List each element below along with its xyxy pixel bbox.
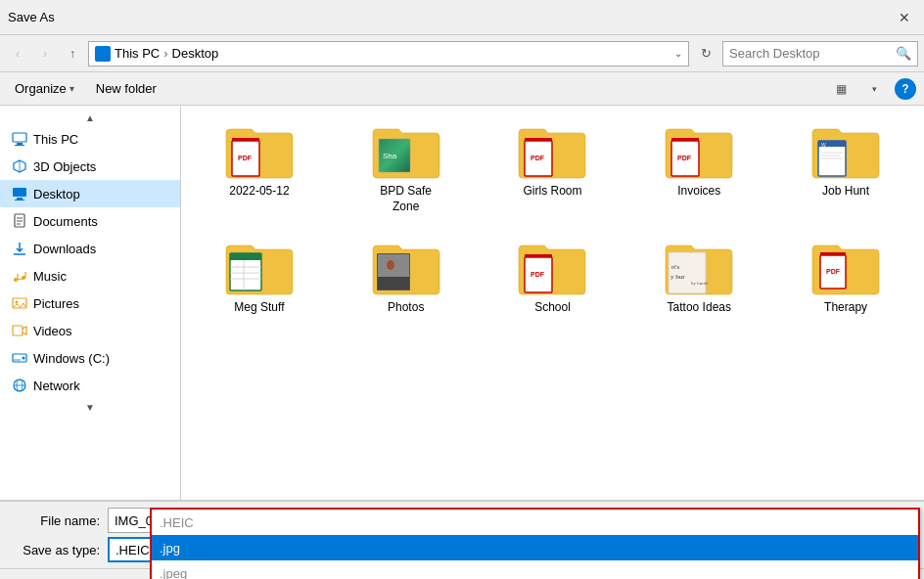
- svg-rect-6: [17, 198, 23, 200]
- organize-chevron: ▾: [69, 83, 74, 94]
- sidebar-item-windows-c[interactable]: Windows (C:): [0, 344, 180, 372]
- sidebar-item-downloads[interactable]: Downloads: [0, 235, 180, 262]
- forward-button[interactable]: ›: [33, 42, 57, 66]
- up-button[interactable]: ↑: [61, 42, 84, 66]
- filename-label: File name:: [12, 513, 100, 528]
- svg-point-14: [14, 278, 18, 282]
- file-item-meg[interactable]: Meg Stuff: [191, 232, 328, 324]
- svg-rect-30: [232, 138, 259, 141]
- svg-text:PDF: PDF: [677, 155, 692, 161]
- sidebar-item-3d-objects[interactable]: 3D Objects: [0, 153, 180, 180]
- dropdown-item-jpeg[interactable]: .jpeg: [152, 560, 918, 579]
- file-label-invoices: Invoices: [677, 184, 720, 200]
- sidebar-label-music: Music: [33, 269, 67, 284]
- dropdown-item-heic[interactable]: .HEIC: [152, 510, 918, 535]
- file-item-bpd[interactable]: Sha BPD Safe Zone: [338, 115, 475, 222]
- new-folder-button[interactable]: New folder: [89, 77, 163, 100]
- svg-rect-58: [525, 254, 552, 257]
- file-item-girls[interactable]: PDF Girls Room: [485, 115, 622, 222]
- svg-rect-39: [671, 138, 699, 141]
- file-item-photos[interactable]: Photos: [338, 232, 475, 324]
- file-item-job[interactable]: W Job Hunt: [777, 115, 914, 222]
- pictures-icon: [12, 295, 27, 311]
- file-label-tattoo: Tattoo Ideas: [668, 300, 731, 316]
- svg-text:PDF: PDF: [531, 155, 545, 161]
- file-label-meg: Meg Stuff: [234, 300, 284, 316]
- dropdown-item-jpg[interactable]: .jpg: [152, 535, 918, 560]
- sidebar-item-music[interactable]: Music: [0, 262, 180, 290]
- organize-button[interactable]: Organize ▾: [8, 77, 81, 100]
- refresh-button[interactable]: ↻: [693, 41, 718, 67]
- view-button[interactable]: ▦: [828, 76, 854, 102]
- svg-rect-5: [13, 188, 26, 197]
- organize-label: Organize: [15, 81, 67, 96]
- file-grid: PDF 2022-05-12: [191, 115, 914, 324]
- folder-icon-therapy: PDF: [810, 240, 881, 296]
- documents-icon: [12, 213, 27, 229]
- sidebar-label-desktop: Desktop: [33, 187, 80, 201]
- sidebar-label-videos: Videos: [33, 324, 72, 338]
- svg-rect-55: [378, 277, 409, 290]
- svg-text:y bur: y bur: [670, 273, 685, 281]
- file-item-2022[interactable]: PDF 2022-05-12: [191, 115, 328, 222]
- file-item-tattoo[interactable]: rt's y bur by burde Tattoo Ideas: [630, 232, 767, 324]
- title-bar: Save As ✕: [0, 0, 924, 35]
- music-icon: [12, 268, 27, 284]
- view-chevron-button[interactable]: ▾: [861, 76, 887, 102]
- hdd-icon: [12, 350, 27, 366]
- close-button[interactable]: ✕: [893, 6, 916, 29]
- path-this-pc: This PC: [115, 46, 160, 61]
- file-item-therapy[interactable]: PDF Therapy: [777, 232, 914, 324]
- file-label-school: School: [534, 300, 571, 316]
- svg-text:Sha: Sha: [383, 152, 397, 160]
- network-icon: [12, 378, 27, 393]
- svg-rect-1: [17, 143, 23, 145]
- sidebar-item-videos[interactable]: Videos: [0, 317, 180, 344]
- folder-icon-bpd: Sha: [371, 123, 441, 180]
- savetype-dropdown: .HEIC .jpg .jpeg .jpe: [150, 508, 920, 579]
- folder-icon-2022: PDF: [224, 123, 295, 180]
- svg-text:W: W: [821, 142, 826, 148]
- search-box[interactable]: 🔍: [722, 41, 918, 67]
- sidebar-item-pictures[interactable]: Pictures: [0, 290, 180, 317]
- sidebar-label-documents: Documents: [33, 214, 98, 229]
- folder-icon-meg: [224, 240, 295, 296]
- file-item-invoices[interactable]: PDF Invoices: [630, 115, 767, 222]
- address-path[interactable]: This PC › Desktop ⌄: [88, 41, 689, 67]
- sidebar: ▲ This PC 3D Objects: [0, 106, 181, 500]
- svg-text:PDF: PDF: [531, 271, 545, 278]
- new-folder-label: New folder: [96, 81, 157, 96]
- svg-rect-65: [820, 252, 846, 255]
- svg-rect-36: [525, 138, 552, 141]
- svg-text:rt's: rt's: [671, 263, 680, 271]
- main-area: ▲ This PC 3D Objects: [0, 106, 924, 501]
- sidebar-item-desktop[interactable]: Desktop: [0, 180, 180, 207]
- address-bar: ‹ › ↑ This PC › Desktop ⌄ ↻ 🔍: [0, 35, 924, 72]
- path-desktop: Desktop: [172, 46, 219, 61]
- sidebar-label-3d-objects: 3D Objects: [33, 159, 96, 174]
- sidebar-item-this-pc[interactable]: This PC: [0, 125, 180, 153]
- folder-icon-job: W: [810, 123, 881, 180]
- svg-text:PDF: PDF: [826, 268, 841, 275]
- sidebar-label-windows-c: Windows (C:): [33, 351, 110, 366]
- path-chevron[interactable]: ⌄: [674, 48, 682, 59]
- sidebar-scroll-up[interactable]: ▲: [0, 110, 180, 125]
- videos-icon: [12, 323, 27, 338]
- search-input[interactable]: [729, 46, 892, 61]
- file-label-therapy: Therapy: [824, 300, 867, 316]
- svg-point-23: [23, 357, 25, 360]
- svg-rect-7: [15, 200, 24, 200]
- sidebar-item-network[interactable]: Network: [0, 372, 180, 399]
- back-button[interactable]: ‹: [6, 42, 29, 66]
- help-button[interactable]: ?: [895, 78, 916, 100]
- savetype-value: .HEIC: [116, 543, 150, 557]
- pc-icon: [12, 131, 27, 147]
- 3d-icon: [12, 158, 27, 174]
- folder-icon-school: PDF: [517, 240, 587, 296]
- sidebar-item-documents[interactable]: Documents: [0, 207, 180, 235]
- file-item-school[interactable]: PDF School: [485, 232, 622, 324]
- sidebar-label-network: Network: [33, 379, 80, 393]
- folder-icon-photos: [371, 240, 441, 296]
- toolbar: Organize ▾ New folder ▦ ▾ ?: [0, 72, 924, 106]
- sidebar-scroll-down[interactable]: ▼: [0, 399, 180, 415]
